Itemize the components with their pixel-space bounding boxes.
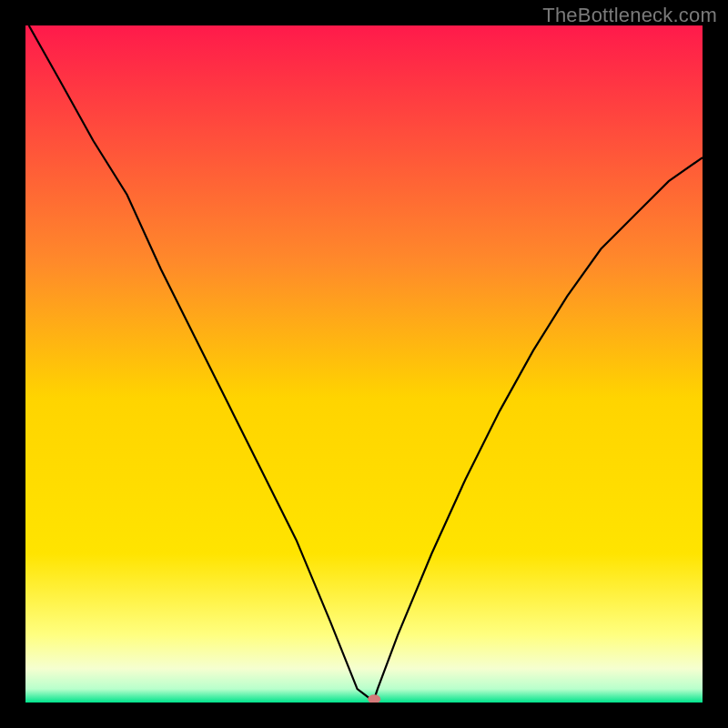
- watermark-text: TheBottleneck.com: [542, 4, 717, 27]
- gradient-background: [25, 25, 703, 703]
- chart-stage: TheBottleneck.com: [0, 0, 728, 728]
- bottleneck-chart: [25, 25, 703, 703]
- plot-area: [25, 25, 703, 703]
